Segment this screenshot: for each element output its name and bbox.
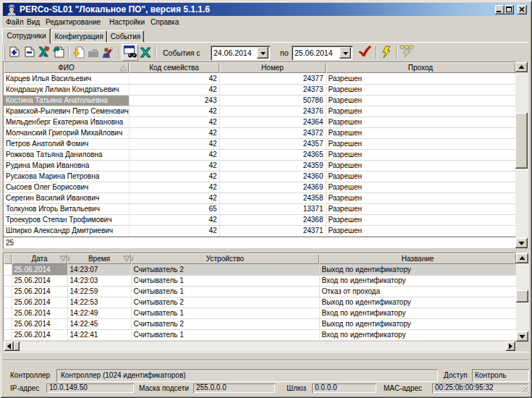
svg-text:2: 2 — [131, 256, 133, 261]
svg-text:1: 1 — [67, 256, 69, 261]
